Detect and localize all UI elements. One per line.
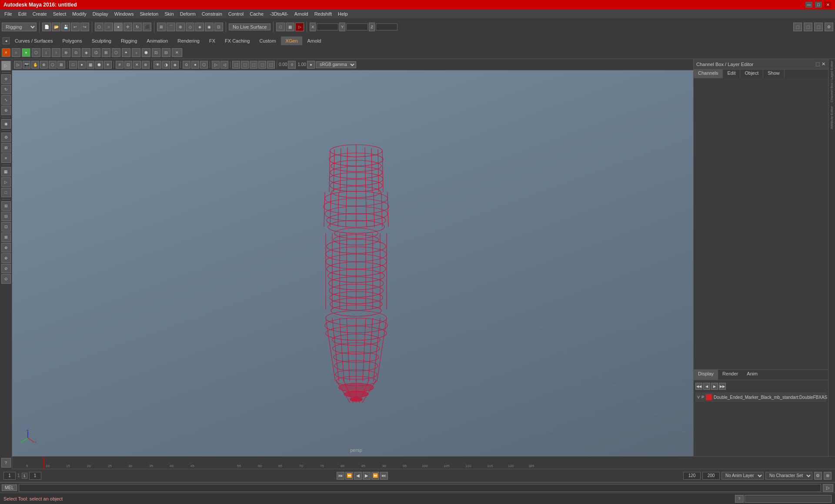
anim-layer-select[interactable]: No Anim Layer <box>721 472 764 480</box>
play-btn[interactable]: ▶ <box>363 472 371 480</box>
shelf-btn-6[interactable]: ↑ <box>52 48 60 57</box>
menu-item-display[interactable]: Display <box>90 11 111 17</box>
shelf-btn-5[interactable]: ↕ <box>42 48 50 57</box>
shelf-btn-16[interactable]: ⊡ <box>152 48 160 57</box>
maximize-button[interactable]: □ <box>815 2 822 8</box>
menu-item-file[interactable]: File <box>2 11 15 17</box>
history[interactable]: ≡ <box>1 153 11 163</box>
vp-crease-btn[interactable]: ✕ <box>133 61 141 69</box>
layer-next-next-btn[interactable]: ▶▶ <box>719 383 726 390</box>
undo-button[interactable]: ↩ <box>71 23 80 31</box>
go-to-start-btn[interactable]: ⏮ <box>337 472 344 480</box>
vp-joints-btn[interactable]: ● <box>191 61 199 69</box>
char-set-settings-btn[interactable]: ⚙ <box>814 472 822 480</box>
snap-grid-button[interactable]: ⊞ <box>157 23 166 31</box>
move-tool[interactable]: ✛ <box>1 74 11 84</box>
paint-tool-button[interactable]: ● <box>114 23 123 31</box>
tab-xgen[interactable]: XGen <box>281 36 302 45</box>
vp-deformers-btn[interactable]: ⬡ <box>200 61 208 69</box>
vp-shad-btn[interactable]: ◑ <box>162 61 170 69</box>
frame-input-1[interactable] <box>29 472 41 480</box>
go-to-end-btn[interactable]: ⏭ <box>380 472 388 480</box>
snap-point-button[interactable]: ⊕ <box>176 23 185 31</box>
vp-pan-btn[interactable]: ✋ <box>31 61 39 69</box>
module-selector[interactable]: Rigging Modeling Animation FX Rendering <box>2 23 37 31</box>
range-end-input[interactable] <box>702 472 720 480</box>
tab-scroll-left[interactable]: ◄ <box>3 37 10 44</box>
step-back-btn[interactable]: ⏪ <box>345 472 353 480</box>
render-settings-button[interactable]: □ <box>276 23 285 31</box>
play-back-btn[interactable]: ◀ <box>354 472 362 480</box>
vp-lighting-btn[interactable]: ☀ <box>104 61 112 69</box>
char-set-select[interactable]: No Character Set <box>765 472 812 480</box>
range-start-input[interactable] <box>683 472 701 480</box>
y-axis-btn[interactable]: Y <box>339 23 345 31</box>
tab-animation[interactable]: Animation <box>142 36 172 45</box>
mel-label-btn[interactable]: MEL <box>2 484 17 491</box>
tab-channels[interactable]: Channels <box>694 70 723 78</box>
vp-layout-1[interactable]: ⬚ <box>232 61 240 69</box>
vp-iso-btn[interactable]: ◈ <box>171 61 179 69</box>
shelf-btn-15[interactable]: ⬢ <box>142 48 150 57</box>
layer-item[interactable]: V P Double_Ended_Marker_Black_mb_standar… <box>695 392 826 402</box>
lasso-tool-button[interactable]: ○ <box>104 23 113 31</box>
vp-layout-4[interactable]: ⬚ <box>258 61 266 69</box>
viewport-canvas[interactable]: X Y Z persp <box>12 70 700 456</box>
z-value-input[interactable] <box>376 23 397 30</box>
menu-item-3dtoall[interactable]: -3DtoAll- <box>267 11 291 17</box>
snap-view-button[interactable]: ◉ <box>205 23 214 31</box>
progress-bar-btn[interactable] <box>745 495 832 503</box>
panel-layout-2[interactable]: ⬚ <box>804 23 812 31</box>
show-settings[interactable]: ⊞ <box>1 143 11 153</box>
close-button[interactable]: ✕ <box>825 2 832 8</box>
shelf-btn-13[interactable]: ✦ <box>122 48 130 57</box>
vp-clipping-btn[interactable]: ◊ <box>288 61 296 69</box>
tool-6[interactable]: ⊗ <box>1 253 11 263</box>
snap-curve-button[interactable]: ⌒ <box>167 23 175 31</box>
tool-4[interactable]: ⊠ <box>1 232 11 242</box>
mel-execute-btn[interactable]: ▷ <box>823 484 833 492</box>
tab-sculpting[interactable]: Sculpting <box>87 36 116 45</box>
vp-layout-2[interactable]: ⬚ <box>241 61 249 69</box>
shelf-btn-7[interactable]: ⊛ <box>62 48 70 57</box>
minimize-button[interactable]: — <box>805 2 812 8</box>
vp-smooth-btn[interactable]: ● <box>78 61 86 69</box>
shelf-btn-4[interactable]: ⬡ <box>32 48 40 57</box>
tab-rigging[interactable]: Rigging <box>117 36 141 45</box>
rotate-tool[interactable]: ↻ <box>1 85 11 94</box>
vp-zoom-btn[interactable]: ⊕ <box>40 61 48 69</box>
menu-item-skeleton[interactable]: Skeleton <box>137 11 161 17</box>
vp-select-type-btn[interactable]: ⊛ <box>142 61 150 69</box>
select-tool-button[interactable]: ⬡ <box>95 23 104 31</box>
shelf-btn-17[interactable]: ⊟ <box>162 48 170 57</box>
save-file-button[interactable]: 💾 <box>61 23 70 31</box>
z-axis-btn[interactable]: Z <box>369 23 375 31</box>
help-line-btn[interactable]: ? <box>735 495 744 503</box>
shelf-btn-12[interactable]: ⬡ <box>112 48 120 57</box>
step-forward-btn[interactable]: ⏩ <box>371 472 379 480</box>
render-region-button[interactable]: ▦ <box>286 23 294 31</box>
x-axis-btn[interactable]: X <box>310 23 316 31</box>
new-file-button[interactable]: 📄 <box>42 23 51 31</box>
tool-settings[interactable]: ⚙ <box>1 133 11 142</box>
tab-show[interactable]: Show <box>763 70 785 78</box>
layer-prev-btn[interactable]: ◀ <box>703 383 710 390</box>
shelf-btn-3[interactable]: ● <box>22 48 30 57</box>
vp-xray-btn[interactable]: ⊙ <box>183 61 190 69</box>
mel-input-field[interactable] <box>19 484 821 492</box>
vp-cam-1[interactable]: ▷ <box>212 61 220 69</box>
cb-tab-display[interactable]: Display <box>694 370 718 380</box>
rotate-tool-button[interactable]: ↻ <box>133 23 142 31</box>
vp-vis-btn[interactable]: 👁 <box>154 61 161 69</box>
vp-texture-btn[interactable]: ⬢ <box>95 61 103 69</box>
vp-color-manage-btn[interactable]: ● <box>307 61 315 69</box>
x-value-input[interactable] <box>317 23 338 30</box>
soft-select[interactable]: ◉ <box>1 119 11 129</box>
scale-tool-button[interactable]: ⬛ <box>143 23 151 31</box>
vp-frame-btn[interactable]: ⬡ <box>49 61 57 69</box>
shelf-btn-18[interactable]: ✕ <box>172 48 182 57</box>
tab-custom[interactable]: Custom <box>255 36 281 45</box>
vp-dolly-btn[interactable]: ⊞ <box>57 61 65 69</box>
tool-2[interactable]: ⊟ <box>1 212 11 221</box>
render-region[interactable]: ▦ <box>1 167 11 176</box>
